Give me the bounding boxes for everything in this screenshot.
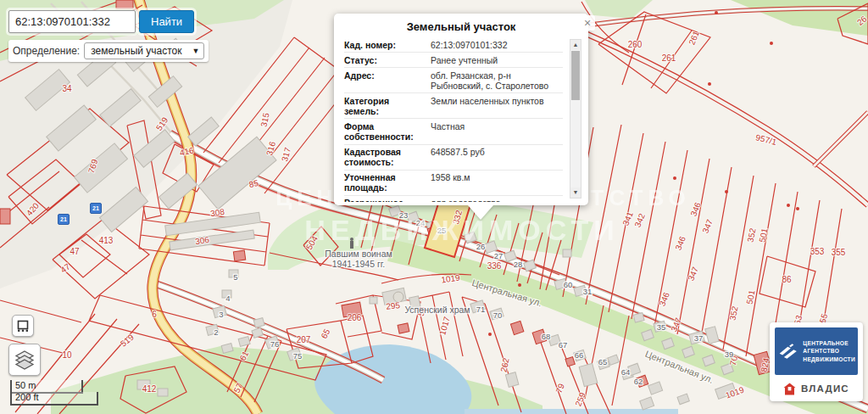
definition-select[interactable]: земельный участок ▼ xyxy=(84,42,204,59)
map-label: Успенский храм xyxy=(404,305,470,315)
road-number-badge: 21 xyxy=(90,203,102,214)
popup-row: Кадастровая стоимость:648587.5 руб xyxy=(344,144,563,170)
layers-icon xyxy=(14,349,36,371)
close-icon[interactable]: × xyxy=(580,15,595,31)
popup-row-value: 62:13:0970101:332 xyxy=(431,40,563,50)
map-label: 346 xyxy=(674,234,688,251)
agency-glyph-icon xyxy=(777,339,799,363)
green-area xyxy=(585,0,653,19)
map-label: 261 xyxy=(662,53,676,63)
map-label: 86 xyxy=(782,275,792,284)
extent-tool-button[interactable] xyxy=(12,315,34,337)
popup-row-value: 1958 кв.м xyxy=(431,172,563,193)
popup-row-label: Разрешенное использование: xyxy=(344,198,431,202)
map-label: 4 xyxy=(225,294,230,303)
popup-row-value: 648587.5 руб xyxy=(431,147,563,167)
popup-row: Форма собственности:Частная xyxy=(344,118,563,143)
popup-row-label: Адрес: xyxy=(344,70,431,91)
road-957-1 xyxy=(587,34,868,205)
road-branch xyxy=(814,112,868,166)
map-label: 1019 xyxy=(441,272,461,284)
popup-row-label: Форма собственности: xyxy=(344,121,431,142)
popup-row-value: обл. Рязанская, р-н Рыбновский, с. Старо… xyxy=(431,70,563,91)
agency-logo-card[interactable]: ЦЕНТРАЛЬНОЕ АГЕНТСТВО НЕДВИЖИМОСТИ ВЛАДИ… xyxy=(770,322,863,401)
map-label: 346 xyxy=(658,290,672,307)
map-label: 37 xyxy=(694,333,704,343)
map-label: 262 xyxy=(498,357,510,373)
popup-rows: Кад. номер:62:13:0970101:332Статус:Ранее… xyxy=(344,37,563,202)
map-label: 66 xyxy=(575,350,584,360)
map-label: 315 xyxy=(259,112,270,128)
map-label: 31 xyxy=(583,287,593,296)
popup-row-label: Категория земель: xyxy=(344,96,431,116)
map-label: 68 xyxy=(542,332,551,341)
chevron-down-icon: ▼ xyxy=(192,47,200,55)
scale-control: 50 m 200 ft xyxy=(10,380,98,406)
popup-row-label: Кадастровая стоимость: xyxy=(344,147,431,167)
map-label: 316 xyxy=(264,140,277,156)
map-label: 413 xyxy=(99,236,114,245)
agency-name: ЦЕНТРАЛЬНОЕ АГЕНТСТВО НЕДВИЖИМОСТИ xyxy=(803,339,855,364)
map-label: 10 xyxy=(62,350,72,360)
map-label: 65 xyxy=(598,357,608,366)
map-label: 70 xyxy=(493,310,503,320)
map-label: 295 xyxy=(386,300,401,311)
map-label: 6 xyxy=(152,310,157,319)
popup-row-label: Статус: xyxy=(344,55,431,65)
map-label: 76 xyxy=(270,339,280,349)
map-label: 352 xyxy=(745,227,757,243)
popup-row: Адрес:обл. Рязанская, р-н Рыбновский, с.… xyxy=(344,67,563,92)
cadastral-map-app: 5934769519519416420413474730830661041231… xyxy=(0,0,868,414)
scroll-down-icon[interactable]: ▼ xyxy=(570,187,581,198)
map-label: 35 xyxy=(657,322,666,332)
map-label: 261 xyxy=(687,29,702,46)
map-label: 28 xyxy=(514,260,523,269)
layers-button[interactable] xyxy=(8,344,41,376)
map-label: 27 xyxy=(494,251,504,260)
map-label: 207 xyxy=(297,335,311,344)
popup-title: Земельный участок xyxy=(334,14,588,33)
definition-value: земельный участок xyxy=(91,45,181,57)
popup-row: Уточненная площадь:1958 кв.м xyxy=(344,170,563,195)
search-input[interactable] xyxy=(8,10,136,33)
map-label: 60 xyxy=(564,280,573,289)
map-label: 71 xyxy=(476,305,486,314)
scale-imperial: 200 ft xyxy=(10,392,98,406)
search-bar: Найти xyxy=(8,10,194,33)
definition-control: Определение: земельный участок ▼ xyxy=(8,40,209,62)
definition-label: Определение: xyxy=(13,45,80,57)
scrollbar-thumb[interactable] xyxy=(571,51,580,100)
map-label: 412 xyxy=(142,384,157,394)
map-label: 353 xyxy=(810,247,825,256)
road-957-1 xyxy=(587,34,868,205)
map-label: 259 xyxy=(574,390,588,407)
popup-row-value: Земли населенных пунктов xyxy=(431,96,563,116)
vladis-logo[interactable]: ВЛАДИС xyxy=(775,378,858,399)
popup-callout-arrow xyxy=(468,205,493,220)
scroll-up-icon[interactable]: ▲ xyxy=(570,40,581,50)
popup-row: Статус:Ранее учтенный xyxy=(344,52,563,67)
map-label: 2 xyxy=(214,327,218,337)
house-icon xyxy=(783,383,796,395)
map-label: 64 xyxy=(621,367,631,377)
map-label: 34 xyxy=(62,84,72,93)
road-number-badge: 21 xyxy=(58,214,70,225)
vladis-label: ВЛАДИС xyxy=(801,383,849,394)
map-label: 342 xyxy=(633,211,648,228)
find-button[interactable]: Найти xyxy=(139,10,194,33)
map-label: 65 xyxy=(319,327,331,339)
map-label: 347 xyxy=(687,265,701,282)
map-label: 355 xyxy=(832,248,846,257)
map-label: 1941-1945 гг. xyxy=(332,259,385,269)
map-label: 75 xyxy=(293,351,303,361)
popup-scrollbar[interactable]: ▲ ▼ xyxy=(570,39,581,199)
popup-row-value: Частная xyxy=(431,121,563,142)
map-label: 347 xyxy=(701,217,715,234)
map-label: 39 xyxy=(725,350,734,359)
extent-icon xyxy=(16,319,30,333)
map-label: 62 xyxy=(634,377,643,386)
popup-row-label: Уточненная площадь: xyxy=(344,172,431,193)
map-label: 346 xyxy=(689,200,704,217)
map-label: 336 xyxy=(487,261,502,271)
popup-row: Разрешенное использование:для садоводств… xyxy=(344,195,563,202)
